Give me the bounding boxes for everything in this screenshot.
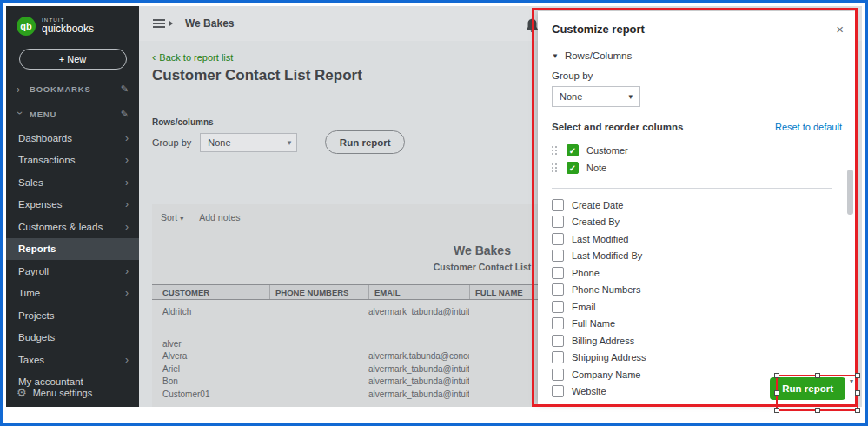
column-option-customer[interactable]: ✓Customer bbox=[552, 142, 842, 159]
checkbox-unchecked-icon[interactable] bbox=[552, 233, 564, 245]
sidebar-item-customers-leads[interactable]: Customers & leads› bbox=[6, 216, 139, 238]
column-option-label: Customer bbox=[586, 145, 628, 156]
new-button[interactable]: + New bbox=[19, 49, 127, 70]
column-option-label: Create Date bbox=[572, 200, 623, 210]
checked-columns-list: ✓Customer✓Note bbox=[538, 132, 856, 176]
menu-settings-button[interactable]: ⚙ Menu settings bbox=[6, 386, 103, 399]
column-option-label: Full Name bbox=[572, 318, 615, 329]
quickbooks-logo-text: INTUIT quickbooks bbox=[42, 17, 94, 36]
column-option-label: Phone bbox=[572, 268, 600, 278]
sidebar-item-label: Expenses bbox=[18, 199, 125, 210]
sidebar-item-projects[interactable]: Projects bbox=[6, 304, 139, 327]
sidebar-item-reports[interactable]: Reports bbox=[6, 238, 139, 261]
column-option-phone-numbers[interactable]: Phone Numbers bbox=[552, 282, 842, 299]
sidebar-item-label: Payroll bbox=[18, 266, 125, 276]
app-window: qb INTUIT quickbooks + New › BOOKMARKS ✎… bbox=[6, 6, 862, 420]
panel-header: Customize report × bbox=[538, 11, 856, 36]
checkbox-unchecked-icon[interactable] bbox=[552, 283, 564, 296]
unchecked-columns-list: Create DateCreated ByLast ModifiedLast M… bbox=[538, 189, 856, 400]
sidebar-item-label: Dashboards bbox=[18, 133, 125, 143]
checkbox-unchecked-icon[interactable] bbox=[552, 385, 564, 397]
rows-columns-section-label: Rows/Columns bbox=[565, 50, 632, 61]
select-reorder-label: Select and reorder columns bbox=[552, 122, 683, 132]
chevron-right-icon: › bbox=[125, 265, 129, 277]
chevron-right-icon: › bbox=[125, 354, 129, 366]
panel-title: Customize report bbox=[552, 23, 645, 36]
column-option-label: Last Modified bbox=[572, 234, 628, 244]
sidebar-menu-header[interactable]: › MENU ✎ bbox=[6, 102, 139, 127]
panel-run-report-button[interactable]: Run report bbox=[770, 377, 845, 400]
sidebar-item-label: Taxes bbox=[18, 355, 125, 365]
sidebar-item-expenses[interactable]: Expenses› bbox=[6, 194, 139, 216]
scrollbar-down-arrow-icon[interactable]: ▾ bbox=[850, 377, 853, 385]
sidebar-item-label: Time bbox=[18, 288, 125, 298]
column-option-create-date[interactable]: Create Date bbox=[552, 196, 842, 214]
chevron-right-icon: › bbox=[125, 154, 129, 166]
column-option-label: Created By bbox=[572, 216, 620, 227]
checkbox-unchecked-icon[interactable] bbox=[552, 317, 564, 329]
sidebar-menu-items: Dashboards›Transactions›Sales›Expenses›C… bbox=[6, 127, 139, 393]
chevron-down-icon: › bbox=[15, 111, 25, 118]
menu-label: MENU bbox=[30, 110, 115, 119]
checkbox-checked-icon[interactable]: ✓ bbox=[567, 162, 579, 174]
column-option-last-modified[interactable]: Last Modified bbox=[552, 230, 842, 248]
column-option-full-name[interactable]: Full Name bbox=[552, 316, 842, 333]
checkbox-unchecked-icon[interactable] bbox=[552, 216, 564, 228]
sidebar-item-budgets[interactable]: Budgets bbox=[6, 327, 139, 349]
column-option-created-by[interactable]: Created By bbox=[552, 214, 842, 231]
checkbox-unchecked-icon[interactable] bbox=[552, 351, 564, 363]
sidebar-item-label: Transactions bbox=[18, 155, 125, 165]
checkbox-unchecked-icon[interactable] bbox=[552, 301, 564, 313]
panel-group-by-select[interactable]: None ▾ bbox=[552, 86, 640, 107]
column-option-label: Note bbox=[586, 163, 606, 173]
sidebar-item-transactions[interactable]: Transactions› bbox=[6, 150, 139, 172]
checkbox-unchecked-icon[interactable] bbox=[552, 335, 564, 347]
chevron-right-icon: › bbox=[125, 287, 129, 299]
checkbox-unchecked-icon[interactable] bbox=[552, 267, 564, 279]
close-icon[interactable]: × bbox=[836, 23, 844, 36]
sidebar-item-payroll[interactable]: Payroll› bbox=[6, 260, 139, 283]
panel-group-by-value: None bbox=[560, 91, 582, 102]
customize-report-panel: Customize report × ▼ Rows/Columns Group … bbox=[538, 11, 856, 404]
edit-pencil-icon[interactable]: ✎ bbox=[121, 109, 129, 120]
selection-handle bbox=[855, 408, 860, 413]
panel-scrollbar[interactable]: ▾ bbox=[845, 166, 854, 385]
selection-handle bbox=[774, 408, 779, 413]
rows-columns-section-toggle[interactable]: ▼ Rows/Columns bbox=[538, 36, 856, 61]
drag-dots bbox=[552, 163, 553, 165]
reset-to-default-link[interactable]: Reset to default bbox=[775, 122, 842, 132]
checkbox-unchecked-icon[interactable] bbox=[552, 199, 564, 211]
checkbox-unchecked-icon[interactable] bbox=[552, 369, 564, 381]
column-option-shipping-address[interactable]: Shipping Address bbox=[552, 349, 842, 367]
panel-group-by-label: Group by bbox=[538, 61, 856, 81]
column-option-label: Phone Numbers bbox=[572, 284, 641, 295]
sidebar-bookmarks-header[interactable]: › BOOKMARKS ✎ bbox=[6, 77, 139, 102]
drag-dots bbox=[552, 146, 553, 148]
scrollbar-thumb[interactable] bbox=[847, 170, 853, 215]
edit-pencil-icon[interactable]: ✎ bbox=[121, 83, 129, 95]
checkbox-unchecked-icon[interactable] bbox=[552, 250, 564, 262]
chevron-right-icon: › bbox=[17, 84, 23, 95]
sidebar-item-taxes[interactable]: Taxes› bbox=[6, 349, 139, 371]
column-option-note[interactable]: ✓Note bbox=[552, 159, 842, 176]
sidebar-item-dashboards[interactable]: Dashboards› bbox=[6, 127, 139, 150]
column-option-last-modified-by[interactable]: Last Modified By bbox=[552, 248, 842, 265]
sidebar: qb INTUIT quickbooks + New › BOOKMARKS ✎… bbox=[6, 6, 139, 407]
select-reorder-row: Select and reorder columns Reset to defa… bbox=[538, 107, 856, 132]
sidebar-item-label: Projects bbox=[18, 310, 129, 321]
chevron-down-icon: ▾ bbox=[628, 92, 633, 101]
triangle-down-icon: ▼ bbox=[552, 52, 559, 60]
bookmarks-label: BOOKMARKS bbox=[30, 84, 115, 94]
selection-handle bbox=[815, 408, 820, 413]
sidebar-item-label: Sales bbox=[18, 177, 125, 188]
column-option-email[interactable]: Email bbox=[552, 298, 842, 316]
column-option-phone[interactable]: Phone bbox=[552, 264, 842, 282]
menu-settings-label: Menu settings bbox=[33, 388, 92, 398]
sidebar-item-label: Customers & leads bbox=[18, 222, 125, 232]
column-option-billing-address[interactable]: Billing Address bbox=[552, 332, 842, 349]
sidebar-item-sales[interactable]: Sales› bbox=[6, 171, 139, 194]
sidebar-item-time[interactable]: Time› bbox=[6, 283, 139, 305]
sidebar-item-label: Budgets bbox=[18, 332, 129, 343]
chevron-right-icon: › bbox=[125, 132, 129, 144]
checkbox-checked-icon[interactable]: ✓ bbox=[567, 144, 579, 156]
